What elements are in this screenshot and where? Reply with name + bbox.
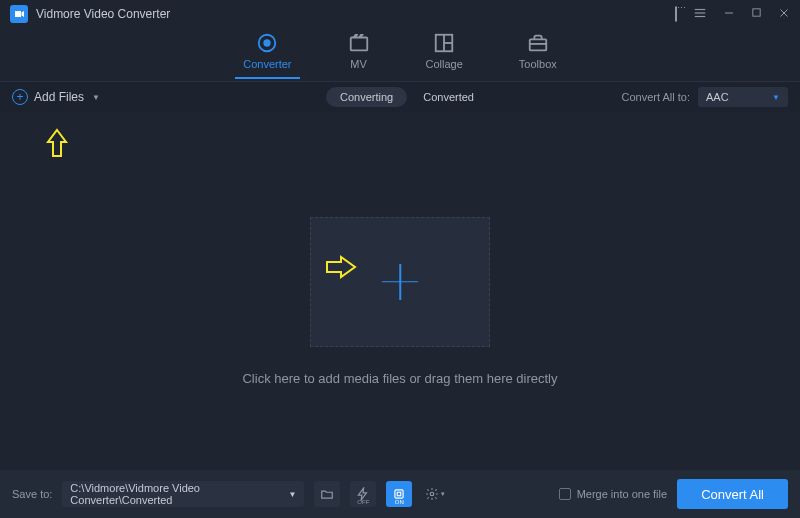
tab-label: Collage xyxy=(426,58,463,70)
converter-icon xyxy=(256,32,278,54)
tab-converting[interactable]: Converting xyxy=(326,87,407,107)
plus-icon xyxy=(382,264,418,300)
format-select[interactable]: AAC ▼ xyxy=(698,87,788,107)
chevron-down-icon: ▼ xyxy=(288,490,296,499)
merge-option[interactable]: Merge into one file xyxy=(559,488,668,500)
dropzone[interactable] xyxy=(310,217,490,347)
dropzone-hint: Click here to add media files or drag th… xyxy=(242,371,557,386)
titlebar: Vidmore Video Converter xyxy=(0,0,800,28)
save-path-value: C:\Vidmore\Vidmore Video Converter\Conve… xyxy=(70,482,286,506)
svg-rect-15 xyxy=(395,490,403,498)
tab-collage[interactable]: Collage xyxy=(426,32,463,78)
tab-label: MV xyxy=(350,58,367,70)
chevron-down-icon: ▼ xyxy=(92,93,100,102)
svg-point-17 xyxy=(431,492,435,496)
merge-label: Merge into one file xyxy=(577,488,668,500)
close-icon[interactable] xyxy=(778,7,790,22)
add-files-button[interactable]: + Add Files ▼ xyxy=(12,89,100,105)
conversion-status-tabs: Converting Converted xyxy=(326,87,474,107)
tab-label: Converter xyxy=(243,58,291,70)
maximize-icon[interactable] xyxy=(751,7,762,21)
svg-rect-9 xyxy=(350,38,367,51)
main-area: Click here to add media files or drag th… xyxy=(0,112,800,490)
plus-circle-icon: + xyxy=(12,89,28,105)
speed-button[interactable]: OFF xyxy=(350,481,376,507)
app-title: Vidmore Video Converter xyxy=(36,7,675,21)
settings-button[interactable]: ▾ xyxy=(422,481,448,507)
mv-icon xyxy=(348,32,370,54)
add-files-label: Add Files xyxy=(34,90,84,104)
open-folder-button[interactable] xyxy=(314,481,340,507)
format-picker: Convert All to: AAC ▼ xyxy=(622,87,788,107)
bottombar: Save to: C:\Vidmore\Vidmore Video Conver… xyxy=(0,470,800,518)
tab-converted[interactable]: Converted xyxy=(423,91,474,103)
minimize-icon[interactable] xyxy=(723,7,735,22)
svg-rect-4 xyxy=(753,9,760,16)
format-selected-value: AAC xyxy=(706,91,729,103)
feedback-icon[interactable] xyxy=(675,7,677,21)
tab-toolbox[interactable]: Toolbox xyxy=(519,32,557,78)
annotation-arrow-right xyxy=(325,255,357,279)
tab-mv[interactable]: MV xyxy=(348,32,370,78)
tab-label: Toolbox xyxy=(519,58,557,70)
subbar: + Add Files ▼ Converting Converted Conve… xyxy=(0,82,800,112)
convert-all-button[interactable]: Convert All xyxy=(677,479,788,509)
app-logo xyxy=(10,5,28,23)
main-tabs: Converter MV Collage Toolbox xyxy=(0,28,800,82)
svg-rect-13 xyxy=(530,39,547,50)
gpu-button[interactable]: ON xyxy=(386,481,412,507)
save-path-select[interactable]: C:\Vidmore\Vidmore Video Converter\Conve… xyxy=(62,481,304,507)
toolbox-icon xyxy=(527,32,549,54)
annotation-arrow-up xyxy=(46,128,68,158)
save-to-label: Save to: xyxy=(12,488,52,500)
convert-all-label: Convert All xyxy=(701,487,764,502)
window-controls xyxy=(675,6,790,23)
convert-all-to-label: Convert All to: xyxy=(622,91,690,103)
tab-converter[interactable]: Converter xyxy=(243,32,291,78)
collage-icon xyxy=(433,32,455,54)
menu-icon[interactable] xyxy=(693,6,707,23)
merge-checkbox[interactable] xyxy=(559,488,571,500)
chevron-down-icon: ▼ xyxy=(772,93,780,102)
svg-point-8 xyxy=(265,40,271,46)
svg-rect-16 xyxy=(398,492,402,496)
